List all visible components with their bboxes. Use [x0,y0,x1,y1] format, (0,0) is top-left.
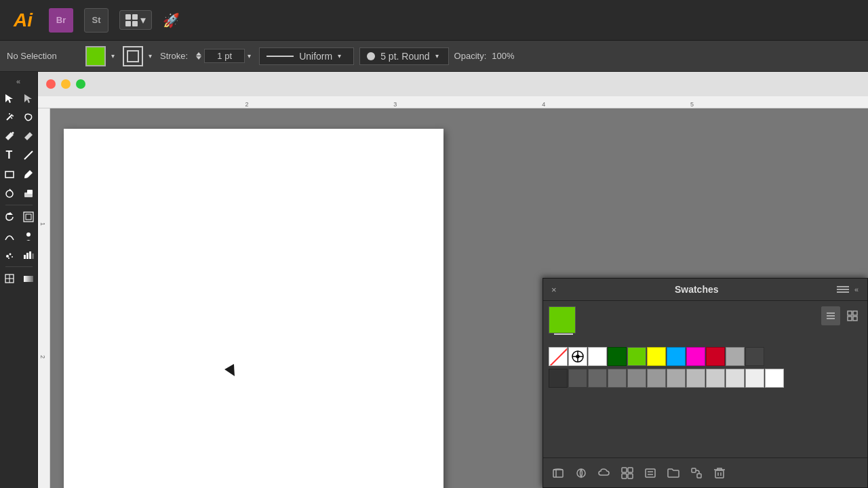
svg-point-41 [576,355,579,358]
canvas-area[interactable]: 2 3 4 5 1 2 × Swatches [38,72,868,488]
ruler-mark-2: 2 [245,101,248,108]
symbol-sprayer-tool[interactable] [1,246,18,264]
rotate-tool[interactable] [1,208,18,226]
swatch-yellow[interactable] [647,347,666,366]
svg-line-37 [549,348,568,366]
swatch-gray-2[interactable] [568,369,587,388]
panel-collapse-button[interactable]: « [854,285,859,293]
gray-swatches-row [549,369,862,388]
stroke-dropdown[interactable]: ▾ [149,52,152,60]
tool-divider-2 [5,266,33,267]
titlebar: Ai Br St ▾ 🚀 [0,0,868,41]
stroke-value-input[interactable] [204,49,245,63]
swatch-gray-11[interactable] [745,369,764,388]
mesh-tool[interactable] [1,270,18,287]
stroke-value-dropdown[interactable]: ▾ [248,52,251,60]
line-segment-tool[interactable] [20,146,37,164]
fill-dropdown[interactable]: ▾ [111,52,115,60]
swatch-registration[interactable] [568,347,587,366]
uniform-selector[interactable]: Uniform ▾ [259,47,354,65]
swatch-gray-8[interactable] [686,369,705,388]
svg-rect-12 [27,190,33,194]
grid-view-btn[interactable] [843,306,862,325]
swatch-cyan[interactable] [667,347,686,366]
swatch-gray-3[interactable] [588,369,607,388]
rectangle-tool[interactable] [1,165,18,183]
puppet-warp-tool[interactable] [20,208,37,226]
column-graph-tool[interactable] [20,246,37,264]
rocket-icon[interactable]: 🚀 [163,12,180,28]
swatch-dark-gray[interactable] [745,347,764,366]
tool-row-10 [0,270,37,287]
lasso-tool[interactable] [20,108,37,126]
swatch-white-2[interactable] [765,369,784,388]
swatch-gray-6[interactable] [647,369,666,388]
toolbar-collapse[interactable]: « [16,77,21,85]
stroke-spinner[interactable] [196,52,201,60]
swatch-none[interactable] [549,347,568,366]
ruler-mark-v-1: 1 [39,222,46,226]
swatch-gray-1[interactable] [549,369,568,388]
swatch-gray-7[interactable] [667,369,686,388]
uniform-dropdown[interactable]: ▾ [338,52,341,60]
stroke-line-icon [267,56,294,57]
swatch-magenta[interactable] [686,347,705,366]
swatch-dark-green[interactable] [608,347,627,366]
workspace-switcher[interactable]: ▾ [119,10,152,30]
swatch-gray-5[interactable] [627,369,646,388]
svg-point-16 [26,232,31,237]
svg-rect-45 [622,468,627,472]
panel-menu-button[interactable] [837,286,849,293]
add-swatch-group-button[interactable] [618,464,637,483]
ruler-mark-5: 5 [690,101,694,108]
magic-wand-tool[interactable] [1,108,18,126]
ruler-top: 2 3 4 5 [38,96,868,108]
fill-swatch[interactable] [549,306,576,333]
swatch-white[interactable] [588,347,607,366]
stock-icon[interactable]: St [84,8,108,33]
list-view-btn[interactable] [821,306,840,325]
blob-brush-tool[interactable] [1,184,18,202]
swatch-options-button[interactable] [641,464,660,483]
delete-swatch-button[interactable] [710,464,729,483]
direct-selection-tool[interactable] [20,89,37,107]
recolor-button[interactable] [572,464,591,483]
swatch-gray-10[interactable] [726,369,745,388]
workspace-dropdown-arrow: ▾ [140,14,146,26]
stroke-up-arrow[interactable] [196,52,201,56]
maximize-button[interactable] [76,79,85,89]
close-button[interactable] [46,79,56,89]
round-cap-selector[interactable]: 5 pt. Round ▾ [359,47,448,65]
stroke-down-arrow[interactable] [196,56,201,60]
library-button[interactable] [549,464,568,483]
svg-rect-14 [24,212,33,222]
swatch-bright-green[interactable] [627,347,646,366]
swatch-folder-button[interactable] [664,464,683,483]
stroke-box[interactable] [123,46,143,66]
paintbrush-tool[interactable] [20,165,37,183]
stroke-value-group: ▾ [196,49,254,63]
swatch-gray-4[interactable] [608,369,627,388]
swatch-dark-red[interactable] [706,347,725,366]
pen-tool[interactable] [1,127,18,145]
panel-header: × Swatches « [543,279,867,301]
anchor-pen-tool[interactable] [20,127,37,145]
gradient-tool[interactable] [20,270,37,287]
bridge-icon[interactable]: Br [49,8,73,33]
free-transform-tool[interactable] [1,227,18,245]
tool-row-2 [0,108,37,126]
merge-swatches-button[interactable] [687,464,706,483]
fill-color[interactable] [85,46,106,66]
cloud-button[interactable] [595,464,614,483]
panel-close-button[interactable]: × [551,285,557,295]
selection-tool[interactable] [1,89,18,107]
type-tool[interactable]: T [1,146,18,164]
swatch-mid-gray[interactable] [726,347,745,366]
pin-tool[interactable] [20,227,37,245]
minimize-button[interactable] [61,79,71,89]
panel-controls: « [837,285,859,293]
swatch-gray-9[interactable] [706,369,725,388]
svg-point-19 [9,253,11,256]
eraser-tool[interactable] [20,184,37,202]
round-dropdown[interactable]: ▾ [435,52,439,60]
